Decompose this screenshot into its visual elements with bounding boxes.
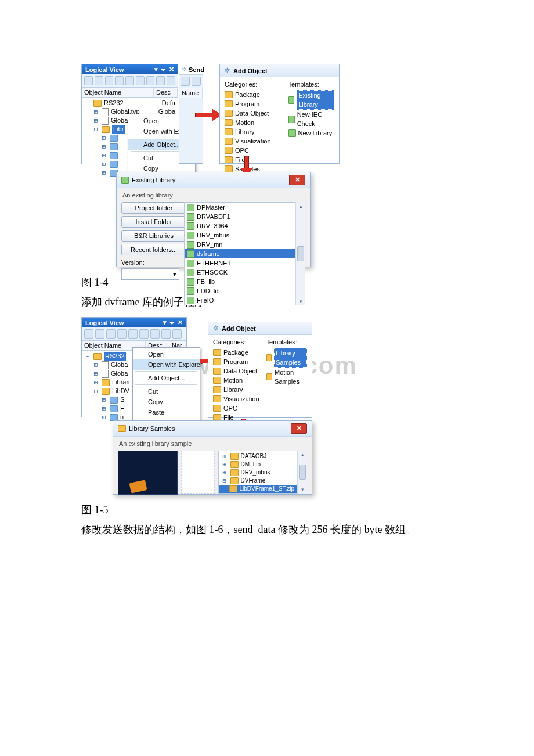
template-item[interactable]: New IEC Check	[288, 110, 334, 128]
close-button[interactable]: ✕	[289, 175, 305, 185]
list-item[interactable]: LibDVFrame2_ST.zip	[219, 493, 297, 494]
list-item[interactable]: ⊞DATAOBJ	[219, 452, 297, 460]
list-item[interactable]: DRV_mbus	[185, 231, 295, 240]
toolbar-icon[interactable]	[139, 329, 149, 339]
category-item[interactable]: OPC	[213, 404, 259, 413]
scroll-thumb[interactable]	[299, 465, 306, 480]
templates-label: Templates:	[266, 339, 307, 345]
list-item[interactable]: ⊟DVFrame	[219, 477, 297, 485]
category-item[interactable]: Visualization	[225, 136, 271, 146]
template-item-selected[interactable]: Library Samples	[266, 348, 307, 368]
toolbar-icon[interactable]	[161, 329, 171, 339]
toolbar-icon[interactable]	[106, 329, 116, 339]
dropdown-icon[interactable]: ▾	[154, 66, 158, 73]
scroll-up-icon[interactable]: ▴	[300, 452, 305, 458]
br-libraries-button[interactable]: B&R Libraries	[121, 230, 186, 242]
category-item[interactable]: Program	[225, 99, 271, 109]
close-icon[interactable]: ✕	[178, 319, 183, 326]
tree-row-root[interactable]: ⊟ RS232 Defa	[84, 99, 175, 107]
pin-icon[interactable]: ⏷	[160, 66, 167, 73]
template-item[interactable]: Motion Samples	[266, 368, 307, 386]
add-object-header: ✲ Add Object	[220, 64, 339, 77]
scrollbar[interactable]: ▴ ▾	[297, 451, 307, 494]
category-item[interactable]: Library	[213, 385, 259, 394]
expand-icon[interactable]: ⊞	[92, 107, 99, 116]
library-icon	[187, 278, 194, 286]
library-list[interactable]: DPMaster DRVABDF1 DRV_3964 DRV_mbus DRV_…	[184, 202, 295, 305]
list-item-selected[interactable]: dvframe	[185, 249, 295, 258]
toolbar-icon[interactable]	[84, 329, 93, 339]
context-menu-item-copy[interactable]: Copy	[133, 397, 200, 407]
list-item[interactable]: ETHERNET	[185, 258, 295, 268]
context-menu-item-cut[interactable]: Cut	[133, 386, 200, 397]
toolbar-icon[interactable]	[95, 329, 104, 339]
category-item[interactable]: Library	[225, 127, 271, 136]
category-item[interactable]: Motion	[213, 376, 259, 385]
scroll-down-icon[interactable]: ▾	[300, 487, 305, 492]
close-button[interactable]: ✕	[291, 423, 307, 434]
install-folder-button[interactable]: Install Folder	[121, 216, 186, 228]
toolbar-icon[interactable]	[172, 329, 182, 339]
expand-icon[interactable]: ⊟	[84, 99, 91, 107]
toolbar-icon[interactable]	[156, 76, 165, 85]
toolbar-icon[interactable]	[150, 329, 160, 339]
context-menu-item-paste[interactable]: Paste	[133, 407, 200, 417]
toolbar-icon[interactable]	[146, 76, 155, 85]
sample-tree[interactable]: ⊞DATAOBJ ⊞DM_Lib ⊞DRV_mbus ⊟DVFrame LibD…	[218, 451, 297, 494]
list-item[interactable]: DRV_3964	[185, 221, 295, 231]
list-item-selected[interactable]: LibDVFrame1_ST.zip	[219, 485, 297, 493]
toolbar-icon[interactable]	[192, 77, 201, 86]
toolbar-icon[interactable]	[136, 76, 145, 85]
context-menu-item-open[interactable]: Open	[133, 349, 200, 359]
category-item[interactable]: Visualization	[213, 394, 259, 404]
folder-icon	[225, 91, 233, 98]
toolbar-icon[interactable]	[84, 76, 93, 85]
list-item[interactable]: ⊞DRV_mbus	[219, 469, 297, 477]
list-item[interactable]: FDD_lib	[185, 286, 295, 296]
list-item[interactable]: FB_lib	[185, 277, 295, 286]
toolbar-icon[interactable]	[105, 76, 114, 85]
category-item[interactable]: Data Object	[213, 366, 259, 376]
scroll-up-icon[interactable]: ▴	[298, 203, 304, 209]
pin-icon[interactable]: ⏷	[169, 319, 175, 326]
figure-1-5: www.bdocx.com Logical View ▾ ⏷ ✕	[81, 317, 312, 495]
list-item[interactable]: DRV_mn	[185, 240, 295, 249]
version-dropdown[interactable]: ▾	[121, 268, 179, 280]
templates-list[interactable]: Library Samples Motion Samples	[266, 348, 307, 386]
templates-list[interactable]: Existing Library New IEC Check New Libra…	[288, 90, 334, 138]
toolbar-icon[interactable]	[128, 329, 138, 339]
category-item[interactable]: Program	[213, 357, 259, 366]
toolbar-icon[interactable]	[125, 76, 134, 85]
toolbar-icon[interactable]	[115, 76, 124, 85]
close-icon[interactable]: ✕	[169, 66, 174, 73]
list-item[interactable]: DPMaster	[185, 203, 295, 212]
context-menu[interactable]: Open Open with Explorer Add Object... Cu…	[132, 347, 200, 430]
toolbar-icon[interactable]	[167, 76, 175, 85]
library-icon	[187, 287, 194, 295]
list-item[interactable]: FileIO	[185, 296, 295, 305]
template-item-selected[interactable]: Existing Library	[288, 90, 334, 110]
category-item[interactable]: Package	[213, 348, 259, 357]
scroll-down-icon[interactable]: ▾	[298, 298, 304, 304]
toolbar-icon[interactable]	[181, 77, 190, 86]
toolbar-icon[interactable]	[117, 329, 127, 339]
category-item[interactable]: Package	[225, 90, 271, 99]
category-item[interactable]: Data Object	[225, 109, 271, 118]
project-folder-button[interactable]: Project folder	[121, 202, 186, 214]
expand-icon[interactable]: ⊞	[92, 116, 99, 125]
dropdown-icon[interactable]: ▾	[163, 319, 167, 326]
scrollbar[interactable]: ▴ ▾	[295, 202, 305, 305]
category-item[interactable]: OPC	[225, 146, 271, 155]
list-item[interactable]: ETHSOCK	[185, 268, 295, 277]
recent-folders-button[interactable]: Recent folders...	[121, 244, 186, 255]
list-item[interactable]: DRVABDF1	[185, 212, 295, 221]
context-menu-item-open-explorer[interactable]: Open with Explorer	[133, 359, 200, 370]
template-item[interactable]: New Library	[288, 128, 334, 138]
collapse-icon[interactable]: ⊟	[92, 125, 99, 134]
toolbar-icon[interactable]	[95, 76, 103, 85]
scroll-thumb[interactable]	[297, 246, 304, 261]
list-label: DRV_mbus	[197, 231, 229, 240]
list-item[interactable]: ⊞DM_Lib	[219, 460, 297, 469]
context-menu-item-add-object[interactable]: Add Object...	[133, 373, 200, 383]
category-item[interactable]: Motion	[225, 118, 271, 127]
